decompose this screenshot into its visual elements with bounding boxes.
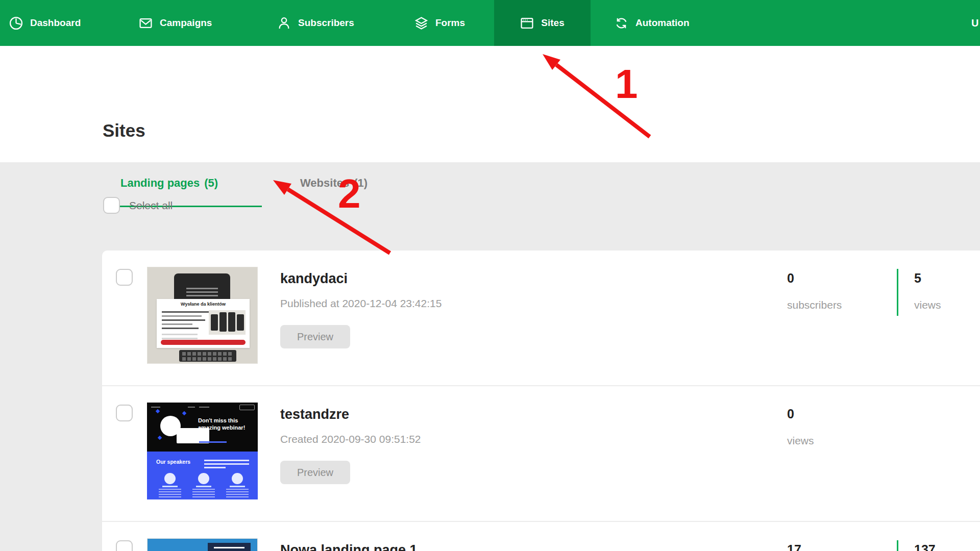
stat-label: subscribers bbox=[787, 299, 842, 311]
list-item-kandydaci: Wysłane da klientów bbox=[102, 251, 980, 386]
thumb-speakers-section: Our speakers bbox=[147, 452, 258, 499]
thumb-photo bbox=[209, 310, 246, 335]
views-stat: 137 bbox=[914, 542, 936, 551]
thumb-subheading: Our speakers bbox=[156, 459, 190, 465]
landing-page-title[interactable]: Nowa landing page 1 bbox=[280, 542, 418, 551]
annotation-1-label: 1 bbox=[615, 64, 638, 105]
select-all-label: Select all bbox=[129, 199, 173, 212]
nav-item-label: Forms bbox=[435, 17, 465, 29]
landing-page-meta: Published at 2020-12-04 23:42:15 bbox=[280, 297, 442, 310]
top-nav: Dashboard Campaigns Subscribers Forms bbox=[0, 0, 980, 46]
upgrade-button[interactable]: U bbox=[971, 0, 978, 46]
views-stat: 5 views bbox=[914, 271, 941, 311]
thumb-form-card: Wysłane da klientów bbox=[157, 299, 250, 348]
thumb-link-line bbox=[199, 441, 227, 443]
envelope-icon bbox=[139, 16, 153, 30]
views-highlight-bar bbox=[897, 540, 898, 551]
thumb-heading: Don't miss this amazing webinar! bbox=[198, 417, 251, 432]
nav-item-label: Dashboard bbox=[30, 17, 81, 29]
row-checkbox[interactable] bbox=[116, 405, 133, 421]
preview-button[interactable]: Preview bbox=[280, 325, 350, 348]
page-header: Sites Landing pages (5) Websites (1) bbox=[0, 46, 980, 162]
tab-count: (5) bbox=[204, 177, 218, 190]
dashboard-clock-icon bbox=[9, 16, 23, 30]
stat-value: 0 bbox=[787, 407, 814, 421]
nav-item-label: Sites bbox=[541, 17, 564, 29]
upgrade-label: U bbox=[971, 17, 978, 29]
layers-icon bbox=[414, 16, 428, 30]
thumb-heading: Wysłane da klientów bbox=[157, 302, 250, 307]
landing-page-title[interactable]: kandydaci bbox=[280, 271, 348, 287]
nav-item-dashboard[interactable]: Dashboard bbox=[4, 0, 86, 46]
thumb-hero: Don't miss this amazing webinar! bbox=[147, 403, 258, 452]
thumb-speaker bbox=[158, 473, 182, 497]
stat-value: 0 bbox=[787, 271, 842, 286]
landing-page-title[interactable]: testandzre bbox=[280, 407, 349, 422]
select-all-checkbox[interactable] bbox=[103, 197, 120, 214]
stat-label: views bbox=[914, 299, 941, 311]
views-highlight-bar bbox=[897, 269, 898, 316]
thumb-keyboard bbox=[179, 350, 236, 362]
stat-value: 5 bbox=[914, 271, 941, 286]
nav-item-sites[interactable]: Sites bbox=[494, 0, 591, 46]
list-item-testandzre: Don't miss this amazing webinar! Our spe… bbox=[102, 386, 980, 522]
thumb-dark-box bbox=[208, 543, 251, 551]
nav-item-forms[interactable]: Forms bbox=[409, 0, 470, 46]
select-all-control: Select all bbox=[103, 197, 173, 214]
browser-icon bbox=[520, 16, 534, 30]
nav-item-label: Subscribers bbox=[298, 17, 354, 29]
stat-value: 17 bbox=[787, 542, 801, 551]
landing-page-thumbnail[interactable]: Wysłane da klientów bbox=[147, 267, 258, 364]
thumb-speaker bbox=[192, 473, 215, 497]
thumb-red-button bbox=[161, 340, 246, 345]
nav-item-subscribers[interactable]: Subscribers bbox=[272, 0, 359, 46]
landing-page-meta: Created 2020-09-30 09:51:52 bbox=[280, 433, 421, 445]
person-icon bbox=[277, 16, 291, 30]
nav-item-campaigns[interactable]: Campaigns bbox=[134, 0, 217, 46]
sync-icon bbox=[615, 16, 628, 30]
views-stat: 0 views bbox=[787, 407, 814, 447]
preview-button[interactable]: Preview bbox=[280, 461, 350, 484]
stat-value: 137 bbox=[914, 542, 936, 551]
sites-page: Dashboard Campaigns Subscribers Forms bbox=[0, 0, 980, 551]
landing-pages-list: Wysłane da klientów bbox=[102, 251, 980, 551]
thumb-speaker bbox=[226, 473, 249, 497]
nav-item-label: Campaigns bbox=[160, 17, 212, 29]
landing-page-thumbnail[interactable]: Don't miss this amazing webinar! Our spe… bbox=[147, 403, 258, 499]
tab-label: Landing pages bbox=[120, 177, 200, 190]
row-checkbox[interactable] bbox=[116, 269, 133, 286]
nav-item-label: Automation bbox=[635, 17, 690, 29]
tab-landing-pages[interactable]: Landing pages (5) bbox=[120, 177, 218, 190]
subscribers-stat: 17 bbox=[787, 542, 801, 551]
nav-item-automation[interactable]: Automation bbox=[609, 0, 695, 46]
landing-page-thumbnail[interactable] bbox=[147, 538, 258, 551]
page-title: Sites bbox=[103, 120, 145, 141]
annotation-2-label: 2 bbox=[338, 173, 361, 214]
list-item-partial: Nowa landing page 1 17 137 bbox=[102, 522, 980, 551]
stat-label: views bbox=[787, 435, 814, 447]
row-checkbox[interactable] bbox=[116, 540, 133, 551]
thumb-signup-button bbox=[239, 405, 255, 410]
subscribers-stat: 0 subscribers bbox=[787, 271, 842, 311]
